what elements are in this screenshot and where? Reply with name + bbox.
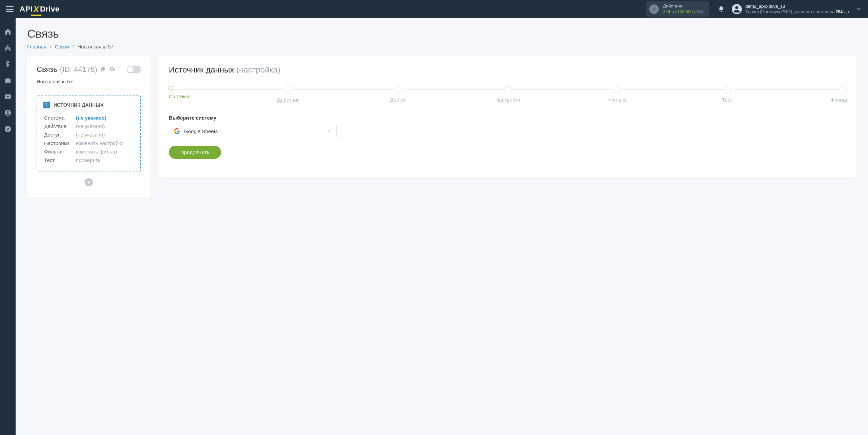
- row-system-value[interactable]: (не указано): [76, 115, 106, 121]
- row-test-label: Тест: [44, 156, 75, 164]
- actions-of: из: [671, 9, 676, 14]
- config-card: Источник данных (настройка) Система Дейс…: [159, 56, 856, 178]
- google-icon: [174, 128, 180, 134]
- avatar[interactable]: [732, 4, 742, 14]
- step-action[interactable]: Действие: [278, 86, 299, 103]
- dollar-icon: [4, 60, 12, 68]
- user-circle-icon: [4, 109, 12, 117]
- svg-rect-2: [5, 49, 6, 51]
- crumb-links[interactable]: Связи: [55, 44, 69, 49]
- chevron-down-icon: [326, 128, 332, 134]
- topbar: APIXDrive i Действия: 324 из 100'000 (0%…: [0, 0, 868, 18]
- row-system-label: Система: [44, 114, 75, 122]
- plan-days: 294: [835, 9, 843, 14]
- sidebar-item-home[interactable]: [0, 28, 16, 35]
- actions-usage-box[interactable]: i Действия: 324 из 100'000 (0%): [646, 1, 709, 17]
- svg-text:?: ?: [6, 127, 9, 132]
- step-filter[interactable]: Фильтр: [607, 86, 628, 103]
- config-title: Источник данных: [169, 65, 234, 74]
- stepper: Система Действие Доступ Настройки Фильтр…: [169, 86, 847, 103]
- svg-rect-3: [9, 49, 11, 51]
- step-test[interactable]: Тест: [717, 86, 737, 103]
- actions-used: 324: [663, 9, 670, 14]
- briefcase-icon: [4, 77, 12, 84]
- continue-button[interactable]: Продолжить: [169, 146, 221, 159]
- row-filter-label: Фильтр: [44, 148, 75, 156]
- crumb-current: Новая связь 57: [77, 44, 114, 49]
- page-title: Связь: [27, 27, 856, 40]
- source-box-title: ИСТОЧНИК ДАННЫХ: [54, 102, 104, 108]
- sidebar-item-video[interactable]: [0, 93, 16, 100]
- user-name: demo_apix-drive_s3: [745, 4, 849, 9]
- svg-rect-1: [7, 45, 8, 46]
- enable-toggle[interactable]: [127, 66, 141, 73]
- bell-icon: [718, 6, 725, 13]
- menu-toggle-button[interactable]: [6, 6, 14, 12]
- config-subtitle: (настройка): [236, 65, 280, 74]
- user-menu-toggle[interactable]: [849, 6, 862, 13]
- step-finish[interactable]: Финиш: [827, 86, 847, 103]
- system-select-value: Google Sheets: [184, 128, 218, 134]
- copy-button[interactable]: [100, 66, 106, 73]
- svg-point-6: [7, 111, 9, 113]
- sidebar: ?: [0, 18, 16, 207]
- connection-id: (ID: 44178): [60, 65, 97, 74]
- source-box: 1 ИСТОЧНИК ДАННЫХ Система (не указано) Д…: [37, 96, 141, 171]
- svg-point-0: [735, 6, 738, 9]
- breadcrumb: Главная / Связи / Новая связь 57: [27, 44, 856, 49]
- connection-card: Связь (ID: 44178) Новая связь 57 1 ИСТОЧ…: [27, 56, 151, 198]
- main: Связь Главная / Связи / Новая связь 57 С…: [16, 18, 868, 207]
- sidebar-item-help[interactable]: ?: [0, 125, 16, 133]
- sidebar-item-links[interactable]: [0, 44, 16, 51]
- chevron-down-icon: [856, 6, 862, 12]
- add-step-button[interactable]: +: [85, 178, 93, 186]
- step-settings[interactable]: Настройки: [498, 86, 518, 103]
- plan-text: Тариф |Премиум PRO| до оплаты осталось: [745, 9, 835, 14]
- info-icon: i: [649, 4, 659, 14]
- sidebar-item-account[interactable]: [0, 109, 16, 117]
- row-test-value[interactable]: проверить: [76, 156, 134, 164]
- system-select[interactable]: Google Sheets: [169, 124, 337, 138]
- sidebar-item-billing[interactable]: [0, 60, 16, 68]
- actions-total: 100'000: [677, 9, 693, 14]
- copy-icon: [100, 66, 106, 72]
- sitemap-icon: [4, 44, 12, 51]
- crumb-home[interactable]: Главная: [27, 44, 46, 49]
- select-system-label: Выберите систему: [169, 115, 847, 121]
- row-access-label: Доступ: [44, 131, 75, 139]
- source-step-number: 1: [43, 102, 50, 108]
- actions-percent: (0%): [694, 9, 703, 14]
- row-filter-value[interactable]: изменить фильтр: [76, 148, 134, 156]
- sidebar-item-briefcase[interactable]: [0, 77, 16, 84]
- row-settings-label: Настройки: [44, 139, 75, 147]
- youtube-icon: [4, 93, 12, 100]
- home-icon: [4, 28, 12, 35]
- settings-button[interactable]: [109, 66, 115, 73]
- row-access-value: (не указано): [76, 131, 134, 139]
- help-icon: ?: [4, 125, 12, 133]
- row-action-value: (не указано): [76, 122, 134, 130]
- connection-name: Новая связь 57: [37, 79, 141, 89]
- step-access[interactable]: Доступ: [388, 86, 409, 103]
- notifications-button[interactable]: [715, 3, 727, 15]
- step-system[interactable]: Система: [169, 86, 189, 99]
- logo[interactable]: APIXDrive: [20, 4, 60, 15]
- row-settings-value[interactable]: изменить настройки: [76, 139, 134, 147]
- user-block[interactable]: demo_apix-drive_s3 Тариф |Премиум PRO| д…: [745, 4, 849, 15]
- actions-label: Действия:: [663, 3, 703, 9]
- row-action-label: Действие: [44, 122, 75, 130]
- gear-icon: [109, 66, 115, 72]
- user-icon: [732, 5, 741, 14]
- connection-title: Связь: [37, 65, 57, 74]
